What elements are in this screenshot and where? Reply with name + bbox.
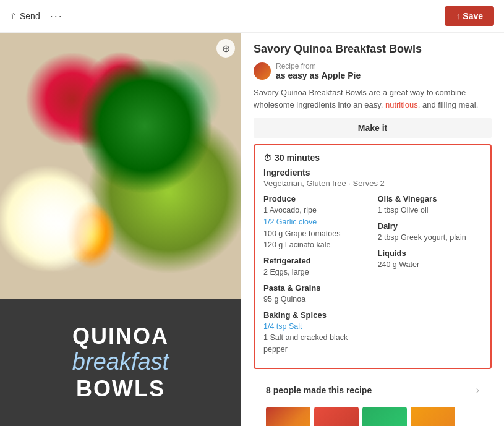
- more-label: ···: [50, 10, 63, 22]
- produce-category: Produce: [263, 194, 368, 203]
- dairy-category: Dairy: [378, 221, 482, 231]
- dairy-section: Dairy 2 tbsp Greek yogurt, plain: [378, 221, 482, 244]
- produce-section: Produce 1 Avocado, ripe 1/2 Garlic clove…: [263, 194, 368, 251]
- ingredient-eggs: 2 Eggs, large: [263, 266, 368, 278]
- make-it-bar[interactable]: Make it: [254, 118, 492, 138]
- send-label: Send: [20, 11, 40, 21]
- recipe-from: Recipe from as easy as Apple Pie: [254, 62, 492, 80]
- info-panel: Savory Quinoa Breakfast Bowls Recipe fro…: [241, 33, 504, 426]
- ingredient-tomatoes: 100 g Grape tomatoes: [263, 228, 368, 240]
- save-button[interactable]: ↑ Save: [445, 6, 494, 26]
- text-overlay: QUINOA breakfast BOWLS: [0, 299, 241, 426]
- from-prefix: Recipe from: [276, 62, 361, 70]
- ingredients-header: Ingredients: [263, 168, 482, 177]
- baking-section: Baking & Spices 1/4 tsp Salt 1 Salt and …: [263, 310, 368, 356]
- ingredients-meta: Vegetarian, Gluten free · Serves 2: [263, 179, 482, 188]
- ingredient-garlic[interactable]: 1/2 Garlic clove: [263, 216, 368, 228]
- time-label: 30 minutes: [275, 153, 320, 163]
- ingredient-salt[interactable]: 1/4 tsp Salt: [263, 321, 368, 333]
- ingredients-box: ⏱ 30 minutes Ingredients Vegetarian, Glu…: [254, 144, 492, 369]
- send-button[interactable]: ⇧ Send: [10, 11, 40, 21]
- chevron-right-icon: ›: [476, 385, 479, 396]
- time-row: ⏱ 30 minutes: [263, 153, 482, 163]
- more-button[interactable]: ···: [50, 10, 63, 23]
- source-name[interactable]: as easy as Apple Pie: [276, 70, 361, 80]
- image-panel: ⊕ QUINOA breakfast BOWLS: [0, 33, 241, 426]
- ingredient-water: 240 g Water: [378, 259, 482, 271]
- ingredient-quinoa: 95 g Quinoa: [263, 294, 368, 305]
- people-made-label: 8 people made this recipe: [266, 385, 372, 395]
- ingredient-kale: 120 g Lacinato kale: [263, 239, 368, 251]
- bottom-section[interactable]: 8 people made this recipe ›: [254, 378, 492, 402]
- liquids-section: Liquids 240 g Water: [378, 249, 482, 271]
- thumbnail-3[interactable]: [362, 407, 407, 426]
- overlay-line1: QUINOA: [72, 324, 169, 349]
- oils-category: Oils & Vinegars: [378, 194, 482, 203]
- zoom-icon: ⊕: [222, 43, 230, 54]
- main-content: ⊕ QUINOA breakfast BOWLS Savory Quinoa B…: [0, 33, 504, 426]
- make-it-label: Make it: [358, 123, 387, 133]
- clock-icon: ⏱: [263, 153, 271, 163]
- ingredient-olive-oil: 1 tbsp Olive oil: [378, 205, 482, 216]
- liquids-category: Liquids: [378, 249, 482, 258]
- overlay-line3: BOWLS: [76, 377, 165, 401]
- pasta-category: Pasta & Grains: [263, 283, 368, 292]
- recipe-title: Savory Quinoa Breakfast Bowls: [254, 43, 492, 56]
- thumbnail-2[interactable]: [314, 407, 359, 426]
- ingredient-yogurt: 2 tbsp Greek yogurt, plain: [378, 232, 482, 244]
- thumbnail-1[interactable]: [266, 407, 310, 426]
- ingredients-col-right: Oils & Vinegars 1 tbsp Olive oil Dairy 2…: [378, 194, 482, 360]
- ingredients-col-left: Produce 1 Avocado, ripe 1/2 Garlic clove…: [263, 194, 368, 360]
- overlay-line2: breakfast: [72, 348, 169, 377]
- food-image: ⊕: [0, 33, 241, 299]
- recipe-description: Savory Quinoa Breakfast Bowls are a grea…: [254, 87, 492, 111]
- desc-middle: , and filling meal.: [418, 100, 479, 109]
- refrigerated-section: Refrigerated 2 Eggs, large: [263, 256, 368, 278]
- desc-highlight: nutritious: [385, 100, 418, 109]
- ingredient-pepper: 1 Salt and cracked black pepper: [263, 332, 368, 356]
- baking-category: Baking & Spices: [263, 310, 368, 320]
- avatar: [254, 62, 271, 80]
- ingredient-avocado: 1 Avocado, ripe: [263, 205, 368, 216]
- from-block: Recipe from as easy as Apple Pie: [276, 62, 361, 80]
- zoom-button[interactable]: ⊕: [216, 39, 235, 58]
- top-bar-left: ⇧ Send ···: [10, 10, 63, 23]
- refrigerated-category: Refrigerated: [263, 256, 368, 265]
- ingredients-grid: Produce 1 Avocado, ripe 1/2 Garlic clove…: [263, 194, 482, 360]
- thumbnails-row: [254, 402, 492, 426]
- send-icon: ⇧: [10, 12, 17, 21]
- thumbnail-4[interactable]: [411, 407, 455, 426]
- top-bar: ⇧ Send ··· ↑ Save: [0, 0, 504, 33]
- pasta-section: Pasta & Grains 95 g Quinoa: [263, 283, 368, 305]
- save-label: ↑ Save: [456, 11, 483, 21]
- oils-section: Oils & Vinegars 1 tbsp Olive oil: [378, 194, 482, 216]
